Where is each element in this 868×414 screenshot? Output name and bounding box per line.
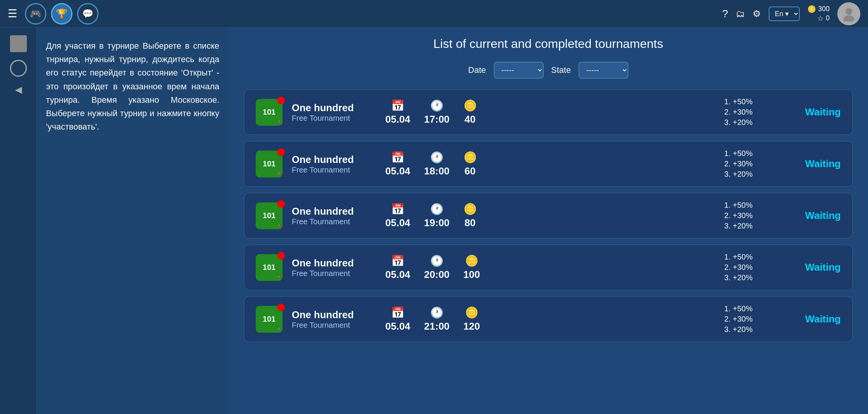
tournament-prizes: 1. +50% 2. +30% 3. +20% (724, 201, 778, 230)
state-filter-label: State (551, 65, 571, 75)
coin-icon: 🪙 (807, 5, 816, 13)
tournament-card[interactable]: 101 ♦ One hundred Free Tournament 📅 05.0… (244, 193, 853, 238)
info-text: Для участия в турнире Выберете в списке … (46, 39, 219, 133)
avatar[interactable] (837, 2, 860, 25)
tournament-time: 18:00 (424, 165, 450, 177)
tournament-status[interactable]: Waiting (787, 261, 841, 273)
prize-first: 1. +50% (724, 201, 778, 210)
tournament-date-item: 📅 05.04 (385, 151, 410, 177)
tournament-status[interactable]: Waiting (787, 210, 841, 222)
stars-value: 0 (826, 14, 830, 22)
chat-button[interactable]: 💬 (77, 3, 99, 25)
language-selector[interactable]: En ▾ Ru (769, 7, 800, 21)
sidebar-back-arrow[interactable]: ◀ (15, 84, 22, 95)
trophy-button[interactable]: 🏆 (51, 3, 72, 25)
tournament-date: 05.04 (385, 113, 410, 125)
prize-second: 2. +30% (724, 108, 778, 117)
tournament-prizes: 1. +50% 2. +30% 3. +20% (724, 304, 778, 334)
tournament-name: One hundred (292, 205, 368, 217)
tournament-prizes: 1. +50% 2. +30% 3. +20% (724, 253, 778, 282)
coins-icon: 🪙 (464, 203, 477, 215)
prize-third: 3. +20% (724, 118, 778, 127)
coins-icon: 🪙 (465, 255, 478, 267)
tournament-icon: 101 ♦ (256, 202, 283, 229)
coins-display: 🪙 300 (807, 5, 830, 13)
clock-icon: 🕐 (430, 151, 444, 164)
tournament-info: 📅 05.04 🕐 18:00 🪙 60 (385, 151, 707, 177)
tournament-date-item: 📅 05.04 (385, 306, 410, 332)
hamburger-menu[interactable]: ☰ (8, 7, 17, 20)
tournament-name-block: One hundred Free Tournament (292, 257, 368, 278)
tournament-date: 05.04 (385, 320, 410, 332)
tournament-time-item: 🕐 21:00 (424, 306, 450, 332)
tournament-card[interactable]: 101 ♦ One hundred Free Tournament 📅 05.0… (244, 141, 853, 187)
tournament-capacity-item: 🪙 60 (464, 151, 477, 177)
tournament-date: 05.04 (385, 165, 410, 177)
tournament-name-block: One hundred Free Tournament (292, 102, 368, 123)
tournament-capacity: 80 (465, 217, 476, 229)
tournament-capacity-item: 🪙 80 (464, 203, 477, 229)
tournament-status[interactable]: Waiting (787, 106, 841, 118)
wallet-button[interactable]: 🗂 (736, 8, 745, 19)
tournament-status[interactable]: Waiting (787, 313, 841, 325)
calendar-icon: 📅 (391, 255, 404, 267)
state-filter-select[interactable]: ----- (579, 62, 628, 79)
prize-third: 3. +20% (724, 222, 778, 230)
prize-second: 2. +30% (724, 211, 778, 220)
tournament-name: One hundred (292, 154, 368, 166)
tournament-subname: Free Tournament (292, 217, 368, 226)
prize-second: 2. +30% (724, 263, 778, 272)
calendar-icon: 📅 (391, 99, 404, 112)
calendar-icon: 📅 (391, 151, 404, 164)
tournament-card[interactable]: 101 ♦ One hundred Free Tournament 📅 05.0… (244, 296, 853, 342)
left-sidebar: ◀ (0, 28, 37, 414)
coins-icon: 🪙 (464, 99, 477, 112)
tournament-date: 05.04 (385, 217, 410, 229)
svg-point-0 (845, 8, 852, 15)
tournament-status[interactable]: Waiting (787, 158, 841, 170)
prize-first: 1. +50% (724, 304, 778, 313)
tournament-time-item: 🕐 20:00 (424, 255, 450, 281)
tournament-name-block: One hundred Free Tournament (292, 154, 368, 174)
svg-point-1 (843, 15, 854, 21)
tournament-name: One hundred (292, 102, 368, 114)
page-title: List of current and completed tournament… (244, 37, 853, 51)
tournament-card[interactable]: 101 ♦ One hundred Free Tournament 📅 05.0… (244, 245, 853, 290)
main-layout: ◀ Для участия в турнире Выберете в списк… (0, 28, 868, 414)
info-panel: Для участия в турнире Выберете в списке … (37, 28, 229, 414)
date-filter-select[interactable]: ----- (494, 62, 544, 79)
prize-third: 3. +20% (724, 170, 778, 179)
tournament-card[interactable]: 101 ♦ One hundred Free Tournament 📅 05.0… (244, 89, 853, 135)
tournament-list: 101 ♦ One hundred Free Tournament 📅 05.0… (244, 89, 853, 342)
gamepad-button[interactable]: 🎮 (25, 3, 46, 25)
tournament-capacity: 120 (464, 320, 480, 332)
date-filter-label: Date (468, 65, 486, 75)
prize-second: 2. +30% (724, 159, 778, 168)
coins-value: 300 (818, 5, 830, 13)
prize-third: 3. +20% (724, 325, 778, 334)
tournament-subname: Free Tournament (292, 166, 368, 174)
tournament-info: 📅 05.04 🕐 21:00 🪙 120 (385, 306, 707, 332)
clock-icon: 🕐 (430, 99, 444, 112)
tournament-date-item: 📅 05.04 (385, 203, 410, 229)
stars-display: ☆ 0 (817, 14, 830, 23)
tournament-time-item: 🕐 19:00 (424, 203, 450, 229)
tournament-time: 20:00 (424, 269, 450, 281)
coins-icon: 🪙 (465, 306, 478, 319)
tournament-capacity-item: 🪙 100 (464, 255, 480, 281)
help-button[interactable]: ? (722, 8, 728, 20)
filters: Date ----- State ----- (244, 62, 853, 79)
tournament-subname: Free Tournament (292, 114, 368, 123)
tournament-icon: 101 ♦ (256, 254, 283, 281)
tournament-icon: 101 ♦ (256, 306, 283, 333)
tournament-name: One hundred (292, 309, 368, 321)
tournament-capacity-item: 🪙 40 (464, 99, 477, 125)
tournament-prizes: 1. +50% 2. +30% 3. +20% (724, 97, 778, 127)
tournament-capacity: 40 (465, 113, 476, 125)
tournament-time: 19:00 (424, 217, 450, 229)
tournament-time: 21:00 (424, 320, 450, 332)
tournament-time-item: 🕐 17:00 (424, 99, 450, 125)
tournament-info: 📅 05.04 🕐 17:00 🪙 40 (385, 99, 707, 125)
settings-button[interactable]: ⚙ (753, 8, 761, 19)
prize-first: 1. +50% (724, 97, 778, 106)
